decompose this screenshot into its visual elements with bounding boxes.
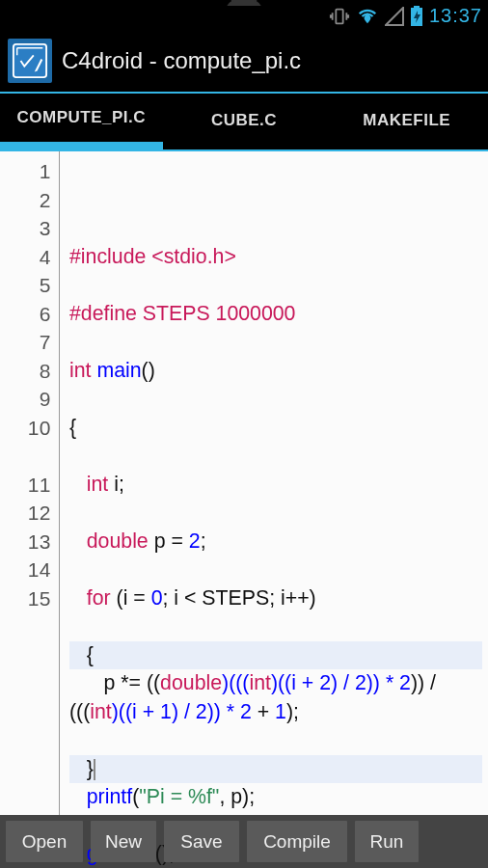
code-token: main [92, 359, 142, 382]
wifi-icon [356, 4, 379, 27]
code-token: 2 [240, 700, 252, 723]
code-line [69, 186, 482, 215]
line-number: 6 [0, 300, 51, 329]
tab-label: COMPUTE_PI.C [17, 108, 147, 127]
line-number: 1 [0, 157, 51, 186]
code-token: i; [108, 473, 124, 496]
code-token: double [160, 671, 222, 694]
code-area[interactable]: #include <stdio.h> #define STEPS 1000000… [60, 151, 488, 815]
code-token: ); [286, 700, 299, 723]
code-token: 2 [355, 671, 366, 694]
line-number-blank [0, 442, 51, 471]
new-button[interactable]: New [91, 821, 156, 862]
svg-rect-5 [414, 6, 420, 8]
code-token: )((( [222, 671, 249, 694]
code-token: int [87, 473, 109, 496]
line-number: 13 [0, 528, 51, 556]
code-token: 2 [399, 671, 411, 694]
code-token: 2 [196, 700, 207, 723]
code-line: #define STEPS 1000000 [69, 300, 482, 329]
code-token: int [69, 359, 92, 382]
tab-compute-pi[interactable]: COMPUTE_PI.C [0, 94, 163, 149]
code-token: )) * [207, 700, 240, 723]
status-time: 13:37 [429, 5, 482, 27]
code-token: (i = [111, 586, 151, 610]
vibrate-icon [329, 4, 350, 27]
line-number: 9 [0, 385, 51, 414]
line-number: 8 [0, 357, 51, 386]
line-number: 10 [0, 414, 51, 443]
code-token: #define STEPS 1000000 [69, 302, 295, 325]
button-label: New [105, 831, 142, 853]
app-title: C4droid - compute_pi.c [62, 39, 301, 83]
tab-label: MAKEFILE [363, 111, 450, 130]
code-line: double p = 2; [69, 528, 482, 556]
tab-cube[interactable]: CUBE.C [163, 94, 326, 149]
code-token: 2 [189, 529, 201, 553]
code-token: ; i < STEPS; i++) [163, 586, 316, 610]
code-token: { [87, 643, 94, 666]
line-number: 3 [0, 214, 51, 243]
line-number: 2 [0, 186, 51, 215]
button-label: Compile [263, 831, 331, 853]
code-line: for (i = 0; i < STEPS; i++) [69, 584, 482, 613]
battery-icon [410, 4, 423, 27]
code-line: int main() [69, 357, 482, 386]
line-number: 5 [0, 271, 51, 300]
code-line: int i; [69, 471, 482, 500]
open-button[interactable]: Open [6, 821, 83, 862]
code-token: + [252, 700, 275, 723]
code-token: ; [201, 529, 206, 553]
code-token: ) / [172, 700, 196, 723]
code-token: p = [149, 529, 189, 553]
code-token: 0 [151, 586, 163, 610]
title-bar: C4droid - compute_pi.c [0, 31, 488, 94]
code-token: int [90, 700, 112, 723]
code-token: double [87, 529, 149, 553]
code-token: { [69, 416, 76, 439]
compile-button[interactable]: Compile [247, 821, 347, 862]
line-number: 11 [0, 471, 51, 500]
run-button[interactable]: Run [355, 821, 419, 862]
code-token: printf [87, 785, 132, 808]
text-cursor [94, 759, 95, 780]
button-label: Save [180, 831, 222, 853]
svg-rect-3 [336, 10, 342, 24]
code-line: printf("Pi = %f", p); [69, 783, 482, 812]
save-button[interactable]: Save [164, 821, 239, 862]
editor: 1 2 3 4 5 6 7 8 9 10 11 12 13 14 15 #inc… [0, 149, 488, 815]
code-token: #include <stdio.h> [69, 245, 236, 268]
app-icon [8, 39, 52, 83]
code-line: p *= ((double)(((int)((i + 2) / 2)) * 2)… [69, 669, 482, 726]
code-line: } [69, 755, 482, 784]
button-label: Run [370, 831, 404, 853]
code-token: for [87, 586, 111, 610]
code-token: () [142, 359, 155, 382]
line-number-gutter: 1 2 3 4 5 6 7 8 9 10 11 12 13 14 15 [0, 151, 60, 815]
code-token: int [249, 671, 271, 694]
tab-makefile[interactable]: MAKEFILE [325, 94, 488, 149]
line-number: 4 [0, 243, 51, 272]
button-label: Open [22, 831, 67, 853]
code-token: } [87, 757, 94, 780]
line-number: 12 [0, 499, 51, 528]
signal-icon [385, 5, 404, 27]
code-line: { [69, 414, 482, 443]
code-token: )((i + [112, 700, 160, 723]
code-token: , p); [219, 785, 255, 808]
code-token: )) * [366, 671, 399, 694]
line-number: 14 [0, 556, 51, 584]
code-token: 1 [160, 700, 172, 723]
code-token: "Pi = %f" [139, 785, 219, 808]
android-logo-icon [220, 0, 268, 6]
line-number: 15 [0, 584, 51, 613]
code-token: )((i + [271, 671, 319, 694]
tab-bar: COMPUTE_PI.C CUBE.C MAKEFILE [0, 94, 488, 149]
code-token: 2 [319, 671, 331, 694]
line-number: 7 [0, 328, 51, 357]
code-token: ) / [331, 671, 355, 694]
tab-label: CUBE.C [211, 111, 277, 130]
code-token: p *= (( [104, 671, 161, 694]
code-line: { [69, 641, 482, 670]
code-token: 1 [275, 700, 286, 723]
